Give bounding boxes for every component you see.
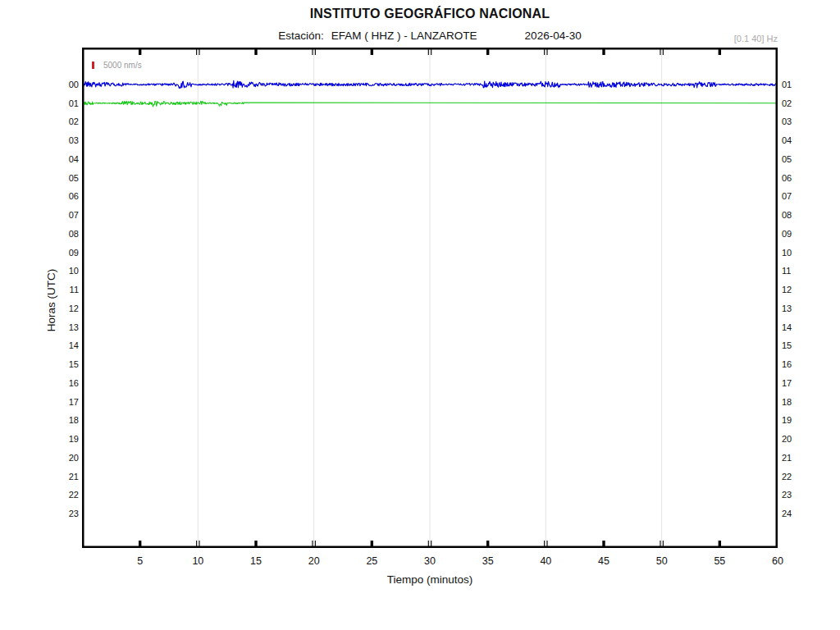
x-tick-label: 55 (701, 555, 737, 567)
hour-label-left: 18 (48, 414, 79, 426)
hour-label-left: 22 (48, 489, 79, 500)
hour-label-left: 01 (48, 98, 79, 109)
hour-label-left: 11 (48, 284, 79, 295)
hour-label-right: 07 (782, 190, 813, 202)
hour-label-left: 07 (48, 209, 79, 221)
hour-label-left: 05 (48, 172, 79, 184)
hour-label-right: 19 (782, 414, 813, 426)
date-label: 2026-04-30 (525, 30, 582, 42)
hour-label-left: 06 (48, 190, 79, 202)
x-tick-label: 40 (527, 555, 564, 567)
hour-label-left: 02 (48, 116, 79, 127)
hour-label-right: 16 (782, 358, 813, 370)
x-tick-label: 15 (238, 555, 274, 567)
hour-label-right: 18 (782, 396, 813, 408)
x-tick-label: 60 (760, 555, 796, 567)
hour-label-right: 14 (782, 322, 813, 333)
hour-label-right: 03 (782, 116, 813, 127)
x-tick-label: 30 (412, 555, 448, 567)
hour-label-right: 12 (782, 284, 813, 295)
hour-label-left: 17 (48, 396, 79, 408)
amplitude-scale-legend: 5000 nm/s (92, 61, 142, 70)
hour-label-right: 05 (782, 153, 813, 165)
hour-label-right: 15 (782, 340, 813, 351)
x-tick-label: 5 (122, 555, 158, 567)
page-title: INSTITUTO GEOGRÁFICO NACIONAL (82, 7, 778, 21)
hour-label-left: 10 (48, 265, 79, 276)
hour-label-left: 04 (48, 153, 79, 165)
hour-label-left: 16 (48, 377, 79, 389)
scale-bar-icon (92, 62, 94, 69)
x-tick-label: 20 (296, 555, 332, 567)
hour-label-right: 22 (782, 471, 813, 482)
hour-label-right: 06 (782, 172, 813, 184)
subtitle-row: Estación: EFAM ( HHZ ) - LANZAROTE 2026-… (82, 30, 778, 42)
hour-label-left: 23 (48, 508, 79, 519)
hour-label-left: 21 (48, 471, 79, 482)
hour-label-right: 13 (782, 303, 813, 314)
x-tick-label: 25 (354, 555, 390, 567)
hour-label-left: 03 (48, 135, 79, 146)
filter-band-label: [0.1 40] Hz (734, 34, 778, 43)
hour-label-left: 00 (48, 79, 79, 90)
hour-label-left: 20 (48, 452, 79, 463)
hour-label-left: 14 (48, 340, 79, 351)
helicorder-svg (82, 48, 778, 548)
helicorder-page: INSTITUTO GEOGRÁFICO NACIONAL Estación: … (0, 0, 840, 630)
hour-label-right: 10 (782, 247, 813, 258)
hour-label-right: 01 (782, 79, 813, 90)
hour-label-right: 20 (782, 433, 813, 445)
x-axis-title: Tiempo (minutos) (82, 573, 778, 586)
station-value: EFAM ( HHZ ) - LANZAROTE (331, 30, 477, 42)
plot-area: 5000 nm/s (82, 48, 778, 548)
hour-label-left: 19 (48, 433, 79, 445)
scale-label: 5000 nm/s (103, 61, 142, 70)
hour-label-right: 08 (782, 209, 813, 221)
hour-label-right: 04 (782, 135, 813, 146)
x-tick-label: 50 (644, 555, 680, 567)
hour-label-right: 17 (782, 377, 813, 389)
station-group: Estación: EFAM ( HHZ ) - LANZAROTE (278, 30, 477, 42)
x-tick-label: 10 (180, 555, 216, 567)
hour-label-right: 23 (782, 489, 813, 500)
hour-label-left: 15 (48, 358, 79, 370)
hour-label-left: 09 (48, 247, 79, 258)
hour-label-left: 08 (48, 228, 79, 240)
x-tick-label: 35 (470, 555, 506, 567)
station-label: Estación: (278, 30, 324, 42)
hour-label-right: 21 (782, 452, 813, 463)
hour-label-left: 13 (48, 322, 79, 333)
x-tick-label: 45 (586, 555, 622, 567)
hour-label-right: 02 (782, 98, 813, 109)
hour-label-right: 09 (782, 228, 813, 240)
hour-label-right: 11 (782, 265, 813, 276)
hour-label-right: 24 (782, 508, 813, 519)
hour-label-left: 12 (48, 303, 79, 314)
